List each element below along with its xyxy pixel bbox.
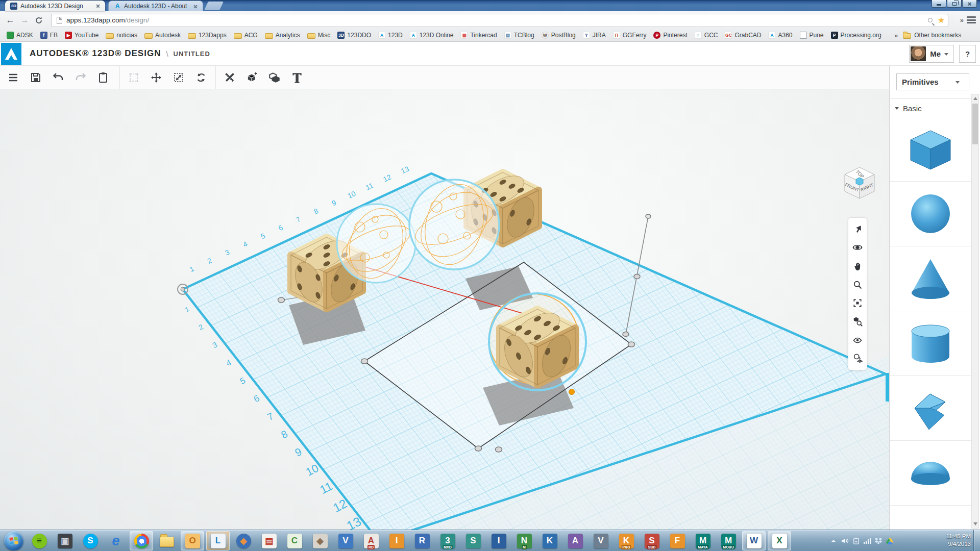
- primitive-sphere[interactable]: [890, 182, 971, 246]
- taskbar-item[interactable]: O: [181, 531, 204, 550]
- move-button[interactable]: [146, 67, 166, 88]
- bookmark-item[interactable]: f FB: [40, 32, 58, 39]
- bookmark-item[interactable]: Analytics: [265, 32, 300, 39]
- bookmark-item[interactable]: Π GGFerry: [613, 32, 647, 39]
- tab-close-icon[interactable]: [94, 3, 101, 9]
- taskbar-clock[interactable]: 11:45 PM 9/4/2013: [922, 533, 971, 548]
- paste-button[interactable]: [93, 67, 113, 88]
- pan-tool[interactable]: [850, 259, 865, 273]
- scroll-thumb[interactable]: [972, 104, 978, 144]
- taskbar-item[interactable]: ◆: [232, 531, 255, 550]
- bookmark-item[interactable]: Misc: [307, 32, 331, 39]
- restore-button[interactable]: [947, 0, 962, 8]
- bookmark-item[interactable]: noticias: [106, 32, 137, 39]
- taskbar-item[interactable]: A: [564, 531, 587, 550]
- taskbar-item[interactable]: I: [487, 531, 510, 550]
- reload-button[interactable]: [32, 16, 46, 24]
- zoom-tool[interactable]: [850, 278, 865, 292]
- combine-button[interactable]: [264, 67, 285, 88]
- start-button[interactable]: [4, 531, 23, 550]
- taskbar-item[interactable]: S SBD: [640, 531, 664, 550]
- main-menu-button[interactable]: [3, 67, 23, 88]
- tab-close-icon[interactable]: [192, 3, 199, 10]
- help-button[interactable]: ?: [959, 45, 976, 63]
- bookmark-star-icon[interactable]: ★: [938, 16, 945, 24]
- taskbar-item[interactable]: W: [742, 531, 766, 550]
- bookmark-item[interactable]: ADSK: [7, 32, 33, 39]
- taskbar-item[interactable]: C: [283, 531, 306, 550]
- bookmark-item[interactable]: 123Dapps: [188, 32, 227, 39]
- gdrive-icon[interactable]: [884, 535, 895, 547]
- bookmark-item[interactable]: ∴ GCC: [695, 32, 718, 39]
- taskbar-item[interactable]: K PRO: [615, 531, 638, 550]
- category-dropdown[interactable]: Primitives: [896, 73, 969, 90]
- primitive-cylinder[interactable]: [890, 311, 971, 376]
- taskbar-item[interactable]: V: [334, 531, 357, 550]
- window-titlebar[interactable]: 3D Autodesk 123D Design A Autodesk 123D …: [0, 0, 980, 11]
- section-basic[interactable]: Basic: [895, 104, 922, 113]
- viewcube-home-corner[interactable]: [856, 178, 863, 185]
- taskbar-item[interactable]: ▣: [53, 531, 77, 550]
- toolbar-overflow-chevron[interactable]: »: [960, 16, 964, 24]
- bookmark-item[interactable]: A 123D: [378, 32, 403, 39]
- taskbar-item[interactable]: K: [538, 531, 561, 550]
- forward-button[interactable]: →: [17, 15, 32, 26]
- primitive-hemisphere[interactable]: [890, 441, 971, 506]
- taskbar-item[interactable]: A RD: [359, 531, 383, 550]
- primitives-button[interactable]: [242, 67, 262, 88]
- taskbar-item[interactable]: X: [768, 531, 791, 550]
- dropbox-icon[interactable]: [873, 535, 884, 547]
- taskbar-item[interactable]: [155, 531, 179, 550]
- fit-tool[interactable]: [850, 296, 865, 310]
- cursor-tool[interactable]: [850, 222, 865, 236]
- minimize-button[interactable]: [932, 0, 946, 8]
- network-icon[interactable]: [862, 535, 873, 547]
- material-tool[interactable]: [850, 352, 865, 366]
- taskbar-item[interactable]: V: [589, 531, 612, 550]
- view-cube[interactable]: TOP FRONT RIGHT: [839, 164, 880, 205]
- taskbar-item[interactable]: I: [385, 531, 408, 550]
- viewport-canvas[interactable]: 12345678910111213 12345678910111213: [0, 89, 889, 530]
- bookmark-item[interactable]: Y JIRA: [583, 32, 606, 39]
- other-bookmarks-button[interactable]: Other bookmarks: [903, 32, 961, 39]
- bookmark-item[interactable]: A A360: [768, 32, 792, 39]
- address-bar[interactable]: apps.123dapp.com/design/ ★: [51, 14, 948, 27]
- scroll-down-icon[interactable]: [973, 522, 977, 525]
- redo-button[interactable]: [70, 67, 91, 88]
- taskbar-item[interactable]: ▤: [257, 531, 281, 550]
- primitive-box[interactable]: [890, 117, 971, 182]
- bookmark-item[interactable]: Autodesk: [144, 32, 181, 39]
- primitive-partial[interactable]: [890, 506, 971, 530]
- save-button[interactable]: [26, 67, 46, 88]
- taskbar-item[interactable]: L: [206, 531, 230, 550]
- taskbar-item[interactable]: e: [104, 531, 128, 550]
- bookmark-item[interactable]: W PostBlog: [542, 32, 576, 39]
- primitive-wedge[interactable]: [890, 376, 971, 441]
- remove-hardware-icon[interactable]: [850, 535, 862, 547]
- user-menu-button[interactable]: Me: [909, 45, 954, 63]
- bookmark-item[interactable]: ▶ YouTube: [65, 32, 99, 39]
- taskbar-item[interactable]: ◆: [308, 531, 332, 550]
- bookmarks-overflow-chevron[interactable]: »: [894, 32, 898, 39]
- zoom-window-tool[interactable]: [850, 314, 865, 329]
- panel-scrollbar[interactable]: [971, 94, 979, 529]
- new-tab-button[interactable]: [204, 2, 224, 10]
- orbit-tool[interactable]: [850, 240, 865, 255]
- bookmark-item[interactable]: ACG: [234, 32, 258, 39]
- text-button[interactable]: [287, 67, 307, 88]
- primitive-cone[interactable]: [890, 246, 971, 311]
- show-desktop-button[interactable]: [973, 530, 980, 551]
- browser-menu-icon[interactable]: [966, 15, 977, 24]
- close-button[interactable]: ×: [962, 0, 977, 8]
- taskbar-item[interactable]: R: [410, 531, 434, 550]
- taskbar-item[interactable]: M MOBU: [717, 531, 740, 550]
- bookmark-item[interactable]: ▦ Tinkercad: [460, 32, 497, 39]
- taskbar-item[interactable]: [130, 531, 153, 550]
- zoom-page-icon[interactable]: [928, 18, 933, 22]
- back-button[interactable]: ←: [3, 15, 17, 26]
- undo-button[interactable]: [48, 67, 68, 88]
- rotate-button[interactable]: [191, 67, 211, 88]
- url-text[interactable]: apps.123dapp.com/design/: [66, 16, 149, 24]
- chevron-up-icon[interactable]: [828, 535, 839, 547]
- taskbar-item[interactable]: S: [79, 531, 102, 550]
